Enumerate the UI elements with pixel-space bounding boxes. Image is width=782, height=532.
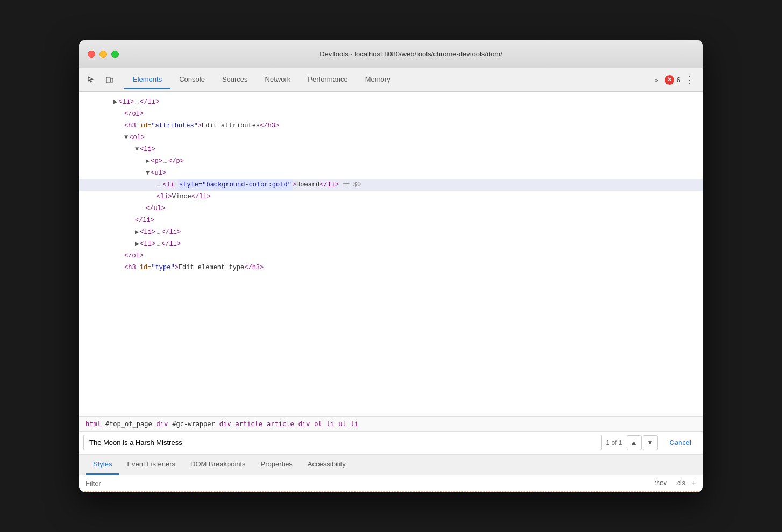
window-title: DevTools - localhost:8080/web/tools/chro… [127,50,694,58]
collapse-triangle[interactable]: ▶ [146,156,150,167]
panel-tabs: Styles Event Listeners DOM Breakpoints P… [79,455,703,475]
dom-line-highlighted[interactable]: … <li style="background-color:gold">Howa… [79,179,703,191]
breadcrumb-html[interactable]: html [86,420,101,428]
main-content: ▶<li>…</li> </ol> <h3 id="attributes">Ed… [79,92,703,492]
tab-memory[interactable]: Memory [357,71,399,89]
tab-dom-breakpoints[interactable]: DOM Breakpoints [183,455,253,475]
breadcrumb-div-3[interactable]: div [298,420,310,428]
svg-rect-1 [111,78,113,82]
filter-buttons: :hov .cls + [652,478,696,488]
dom-line[interactable]: ▶<li>…</li> [79,238,703,250]
bottom-panel: Styles Event Listeners DOM Breakpoints P… [79,454,703,492]
dom-line[interactable]: ▶<li>…</li> [79,96,703,108]
breadcrumb-div-2[interactable]: div [219,420,231,428]
error-badge: ✕ 6 [665,75,680,85]
tab-sources[interactable]: Sources [214,71,257,89]
dom-line[interactable]: </ol> [79,250,703,262]
tab-event-listeners[interactable]: Event Listeners [119,455,183,475]
search-navigation: ▲ ▼ [627,435,658,450]
line-dots-indicator: … [157,179,160,190]
tab-network[interactable]: Network [257,71,300,89]
tab-properties[interactable]: Properties [253,455,300,475]
search-cancel-button[interactable]: Cancel [662,435,699,450]
inspect-button[interactable] [83,72,99,88]
tab-console[interactable]: Console [170,71,214,89]
svg-rect-0 [106,77,110,83]
dom-line[interactable]: ▶<p>…</p> [79,155,703,167]
tab-performance[interactable]: Performance [299,71,356,89]
tab-styles[interactable]: Styles [86,455,119,475]
collapse-triangle[interactable]: ▶ [135,227,139,238]
collapse-triangle[interactable]: ▼ [135,144,139,155]
close-button[interactable] [88,51,95,58]
collapse-triangle[interactable]: ▶ [113,97,117,107]
tab-bar: Elements Console Sources Network Perform… [79,68,703,92]
breadcrumb-article-2[interactable]: article [267,420,294,428]
more-tabs-button[interactable]: » [650,74,663,86]
dom-viewer[interactable]: ▶<li>…</li> </ol> <h3 id="attributes">Ed… [79,92,703,416]
breadcrumb-ol[interactable]: ol [314,420,322,428]
collapse-triangle[interactable]: ▶ [135,239,139,249]
collapse-triangle[interactable]: ▼ [146,168,150,178]
breadcrumb-div-1[interactable]: div [157,420,168,428]
dom-line[interactable]: ▼<ul> [79,167,703,179]
dom-line[interactable]: </ol> [79,108,703,120]
dom-line[interactable]: </li> [79,214,703,226]
error-icon: ✕ [665,75,674,85]
search-input[interactable] [83,435,602,450]
search-prev-button[interactable]: ▲ [627,435,642,450]
add-style-button[interactable]: + [692,478,696,488]
maximize-button[interactable] [111,51,119,58]
cls-button[interactable]: .cls [673,478,687,488]
dom-line[interactable]: ▶<li>…</li> [79,226,703,238]
device-mode-button[interactable] [102,72,118,88]
dom-line[interactable]: ▼<li> [79,143,703,155]
breadcrumb-li-1[interactable]: li [326,420,334,428]
devtools-window: DevTools - localhost:8080/web/tools/chro… [79,40,703,492]
breadcrumb-article-1[interactable]: article [235,420,262,428]
search-count: 1 of 1 [606,439,622,447]
breadcrumb-li-2[interactable]: li [351,420,358,428]
dom-line[interactable]: <h3 id="attributes">Edit attributes</h3> [79,120,703,132]
error-count: 6 [677,76,680,84]
main-tabs: Elements Console Sources Network Perform… [124,71,650,89]
dom-line[interactable]: <li>Vince</li> [79,191,703,203]
traffic-lights [88,51,119,58]
dom-line[interactable]: ▼<ol> [79,132,703,143]
search-bar: 1 of 1 ▲ ▼ Cancel [79,432,703,454]
breadcrumb-bar: html #top_of_page div #gc-wrapper div ar… [79,416,703,432]
filter-input[interactable] [86,479,648,487]
breadcrumb-top-of-page[interactable]: #top_of_page [105,420,152,428]
filter-bar: :hov .cls + [79,475,703,492]
search-next-button[interactable]: ▼ [643,435,658,450]
breadcrumb-gc-wrapper[interactable]: #gc-wrapper [172,420,215,428]
dom-line[interactable]: </ul> [79,203,703,214]
breadcrumb-ul[interactable]: ul [338,420,346,428]
pseudo-state-button[interactable]: :hov [652,478,669,488]
dom-line[interactable]: <h3 id="type">Edit element type</h3> [79,262,703,274]
more-options-button[interactable]: ⋮ [680,72,699,88]
tab-elements[interactable]: Elements [124,71,170,89]
title-bar: DevTools - localhost:8080/web/tools/chro… [79,40,703,68]
tab-accessibility[interactable]: Accessibility [300,455,353,475]
tool-buttons [83,72,118,88]
minimize-button[interactable] [99,51,107,58]
collapse-triangle[interactable]: ▼ [124,132,128,143]
